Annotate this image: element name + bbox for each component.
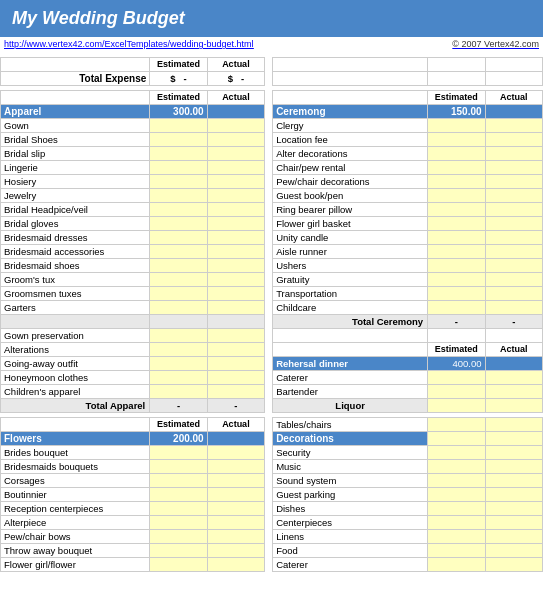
table-row: Groom's tux Gratuity xyxy=(1,272,543,286)
table-row: Garters Childcare xyxy=(1,300,543,314)
spreadsheet-title: My Wedding Budget xyxy=(12,8,185,28)
total-ceremony-row: Total Ceremony - - xyxy=(1,314,543,328)
table-row: Hosiery Pew/chair decorations xyxy=(1,174,543,188)
table-row: Corsages Sound system xyxy=(1,473,543,487)
col-header-row: Estimated Actual xyxy=(1,57,543,71)
table-row: Bridesmaid shoes Ushers xyxy=(1,258,543,272)
flowers-colheader-row: Estimated Actual Tables/chairs xyxy=(1,417,543,431)
table-row: Bridesmaids bouquets Music xyxy=(1,459,543,473)
total-expense-act: $ - xyxy=(207,71,264,85)
copyright: © 2007 Vertex42.com xyxy=(452,39,539,49)
actual-header: Actual xyxy=(207,57,264,71)
main-grid: Estimated Actual Total Expense $ - $ - E… xyxy=(0,51,543,572)
table-row: Alterations Estimated Actual xyxy=(1,342,543,356)
table-row: Bridesmaid accessories Aisle runner xyxy=(1,244,543,258)
total-ceremony-label: Total Ceremony xyxy=(273,314,428,328)
table-row: Bridesmaid dresses Unity candle xyxy=(1,230,543,244)
table-row: Going-away outfit Rehersal dinner 400.00 xyxy=(1,356,543,370)
section-col-headers: Estimated Actual Estimated Actual xyxy=(1,90,543,104)
table-row: Pew/chair bows Linens xyxy=(1,529,543,543)
table-row: Throw away bouquet Food xyxy=(1,543,543,557)
estimated-header: Estimated xyxy=(150,57,207,71)
table-row: Boutinnier Guest parking xyxy=(1,487,543,501)
apparel-ceremony-header-row: Apparel 300.00 Ceremong 150.00 xyxy=(1,104,543,118)
total-expense-est: $ - xyxy=(150,71,207,85)
table-row: Bridal slip Alter decorations xyxy=(1,146,543,160)
table-row: Alterpiece Centerpieces xyxy=(1,515,543,529)
table-row: Flower girl/flower Caterer xyxy=(1,557,543,571)
title-bar: My Wedding Budget xyxy=(0,0,543,37)
table-row: Honeymoon clothes Caterer xyxy=(1,370,543,384)
total-expense-row: Total Expense $ - $ - xyxy=(1,71,543,85)
spreadsheet: My Wedding Budget http://www.vertex42.co… xyxy=(0,0,543,572)
url-link[interactable]: http://www.vertex42.com/ExcelTemplates/w… xyxy=(4,39,254,49)
table-row: Lingerie Chair/pew rental xyxy=(1,160,543,174)
flowers-header-row: Flowers 200.00 Decorations xyxy=(1,431,543,445)
total-apparel-label: Total Apparel xyxy=(1,398,150,412)
table-row: Children's apparel Bartender xyxy=(1,384,543,398)
ceremony-header: Ceremong xyxy=(273,104,428,118)
table-row: Jewelry Guest book/pen xyxy=(1,188,543,202)
total-expense-label: Total Expense xyxy=(1,71,150,85)
apparel-header: Apparel xyxy=(1,104,150,118)
table-row: Bridal gloves Flower girl basket xyxy=(1,216,543,230)
table-row: Bridal Headpice/veil Ring bearer pillow xyxy=(1,202,543,216)
table-row: Reception centerpieces Dishes xyxy=(1,501,543,515)
table-row: Gown Clergy xyxy=(1,118,543,132)
url-row: http://www.vertex42.com/ExcelTemplates/w… xyxy=(0,37,543,51)
table-row: Bridal Shoes Location fee xyxy=(1,132,543,146)
table-row: Groomsmen tuxes Transportation xyxy=(1,286,543,300)
table-row: Brides bouquet Security xyxy=(1,445,543,459)
rehersal-header: Rehersal dinner xyxy=(273,356,428,370)
total-apparel-row: Total Apparel - - Liquor xyxy=(1,398,543,412)
table-row: Gown preservation xyxy=(1,328,543,342)
flowers-header: Flowers xyxy=(1,431,150,445)
